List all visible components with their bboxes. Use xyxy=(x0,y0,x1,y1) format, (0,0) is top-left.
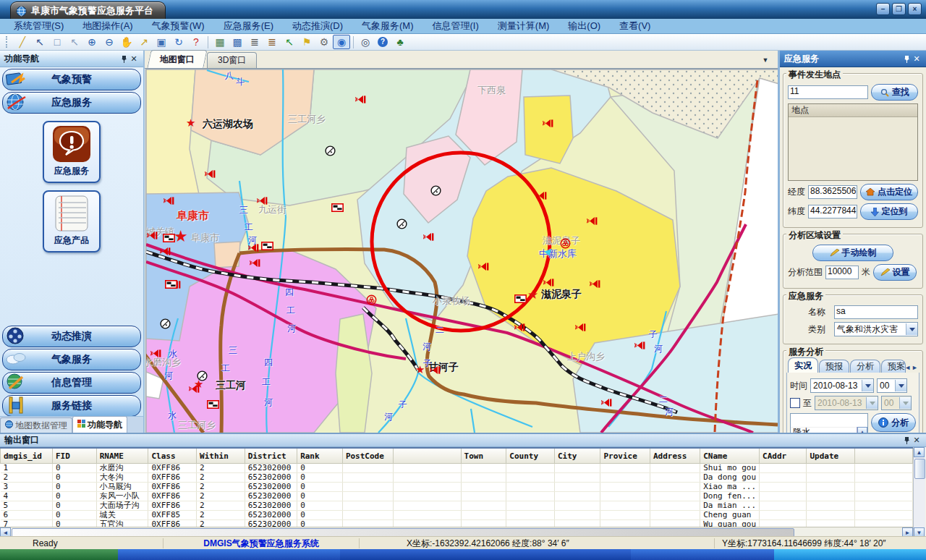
sidebar-nav-动态推演[interactable]: 动态推演 xyxy=(2,326,141,347)
station-icon[interactable] xyxy=(197,370,208,381)
close-icon[interactable]: ✕ xyxy=(912,436,922,446)
pin-tool-icon[interactable]: ⚑ xyxy=(298,35,315,49)
close-button[interactable]: × xyxy=(908,3,922,15)
longitude-input[interactable]: 88.3625506 xyxy=(808,185,857,199)
siren-icon[interactable] xyxy=(429,365,441,375)
flag-marker-icon[interactable] xyxy=(261,242,273,250)
table-row-5[interactable]: 50大面场子沟0XFF8626523020000Da mian ... xyxy=(1,501,913,511)
siren-icon[interactable] xyxy=(514,323,525,332)
column-header-Town[interactable]: Town xyxy=(461,448,506,464)
v-scroll-thumb[interactable] xyxy=(914,459,925,479)
eye-icon[interactable]: ◎ xyxy=(357,35,374,49)
column-header-District[interactable]: District xyxy=(245,448,297,464)
table-row-4[interactable]: 40东风一小队0XFF8626523020000Dong fen... xyxy=(1,492,913,501)
flag-marker-icon[interactable] xyxy=(331,203,344,212)
toolbar-grip[interactable] xyxy=(6,36,10,48)
globe-tool-icon[interactable]: ◉ xyxy=(333,35,350,49)
map-tab-地图窗口[interactable]: 地图窗口 xyxy=(147,50,207,68)
analysis-tab-分析[interactable]: 分析 xyxy=(850,360,880,373)
menu-item-3[interactable]: 气象预警(W) xyxy=(143,19,214,34)
column-header-dmgis_id[interactable]: dmgis_id xyxy=(1,448,53,464)
sidebar-nav-应急服务[interactable]: 应急服务 xyxy=(2,92,141,114)
column-header-Provice[interactable]: Provice xyxy=(600,448,650,464)
siren-icon[interactable] xyxy=(477,262,489,271)
siren-icon[interactable] xyxy=(586,216,598,226)
chevron-down-icon[interactable] xyxy=(906,323,917,335)
measure-icon[interactable]: ╱ xyxy=(14,35,31,49)
column-header-RNAME[interactable]: RNAME xyxy=(96,448,148,464)
tab-scroll-left-icon[interactable]: ◄ xyxy=(904,364,911,371)
location-list[interactable]: 地点 xyxy=(788,103,918,181)
taskbar-segment[interactable] xyxy=(0,549,118,560)
flag-marker-icon[interactable] xyxy=(514,294,527,303)
scroll-up-icon[interactable]: ▲ xyxy=(914,447,925,457)
analyze-button[interactable]: 分析 xyxy=(871,413,916,432)
pin-icon[interactable] xyxy=(901,54,912,64)
table-row-6[interactable]: 60城关0XFF8526523020000Cheng guan xyxy=(1,511,913,520)
siren-icon[interactable] xyxy=(188,384,200,394)
analysis-tab-预案[interactable]: 预案 xyxy=(881,360,906,373)
menu-item-10[interactable]: 查看(V) xyxy=(610,19,660,34)
flag-marker-icon[interactable] xyxy=(163,234,175,242)
column-header-CName[interactable]: CName xyxy=(700,448,760,464)
select-rect-icon[interactable]: □ xyxy=(48,35,66,49)
pointer-icon[interactable]: ↗ xyxy=(135,35,153,49)
select-feature-icon[interactable]: ↖ xyxy=(66,35,83,49)
date-select[interactable]: 2010-08-13 xyxy=(810,378,874,393)
column-header-Class[interactable]: Class xyxy=(148,448,197,464)
click-locate-button[interactable]: 点击定位 xyxy=(860,184,918,200)
sidebar-nav-信息管理[interactable]: 信息管理 xyxy=(2,372,141,394)
menu-item-8[interactable]: 测量计算(M) xyxy=(488,19,559,34)
siren-icon[interactable] xyxy=(634,341,645,350)
column-header-Within[interactable]: Within xyxy=(197,448,245,464)
siren-icon[interactable] xyxy=(589,279,600,289)
station-icon[interactable] xyxy=(396,219,407,229)
set-button[interactable]: 设置 xyxy=(873,264,917,281)
siren-icon[interactable] xyxy=(247,243,259,253)
close-icon[interactable]: ✕ xyxy=(912,54,922,64)
sidebar-tab-功能导航[interactable]: 功能导航 xyxy=(72,416,127,433)
siren-icon[interactable] xyxy=(600,398,612,407)
sidebar-nav-服务链接[interactable]: 服务链接 xyxy=(2,395,141,417)
select-arrow-icon[interactable]: ↖ xyxy=(31,35,48,49)
zoom-out-icon[interactable]: ⊖ xyxy=(101,35,118,49)
map-export-icon[interactable]: ▩ xyxy=(229,35,246,49)
service-name-input[interactable]: sa xyxy=(834,305,918,319)
taskbar-segment[interactable] xyxy=(340,549,631,560)
sidebar-tab-地图数据管理[interactable]: 地图数据管理 xyxy=(0,417,72,433)
siren-icon[interactable] xyxy=(574,323,586,332)
column-header-blank[interactable] xyxy=(855,448,913,464)
tile-应急服务[interactable]: 应急服务 xyxy=(43,121,101,183)
column-header-City[interactable]: City xyxy=(554,448,600,464)
column-header-Update[interactable]: Update xyxy=(807,448,855,464)
siren-icon[interactable] xyxy=(542,119,553,128)
column-header-County[interactable]: County xyxy=(506,448,555,464)
sidebar-nav-气象预警[interactable]: 气象预警 xyxy=(2,69,141,90)
siren-icon[interactable] xyxy=(535,191,547,200)
menu-item-1[interactable]: 系统管理(S) xyxy=(4,19,73,34)
settings-gear-icon[interactable]: ⚙ xyxy=(315,35,333,49)
results-table[interactable]: dmgis_idFIDRNAMEClassWithinDistrictRankP… xyxy=(0,447,913,527)
taskbar-segment[interactable] xyxy=(774,549,926,560)
chevron-down-icon[interactable] xyxy=(862,380,873,391)
siren-icon[interactable] xyxy=(204,169,216,179)
column-header-CAddr[interactable]: CAddr xyxy=(760,448,807,464)
siren-icon[interactable] xyxy=(249,258,260,268)
manual-draw-button[interactable]: 手动绘制 xyxy=(812,245,893,261)
close-icon[interactable]: ✕ xyxy=(129,54,139,64)
siren-icon[interactable] xyxy=(422,232,434,242)
menu-item-5[interactable]: 动态推演(D) xyxy=(283,19,352,34)
map-canvas[interactable]: 六运湖农场三工河乡下西泉九运街阜康市城关镇阜康市滋泥泉子中新水库滋泥泉子小泉牧场… xyxy=(145,69,778,433)
full-extent-icon[interactable]: ▣ xyxy=(153,35,170,49)
column-header-blank[interactable] xyxy=(394,448,461,464)
menu-item-2[interactable]: 地图操作(A) xyxy=(73,19,142,34)
siren-icon[interactable] xyxy=(150,349,161,358)
tile-应急产品[interactable]: 应急产品 xyxy=(43,190,101,253)
refresh-icon[interactable]: ↻ xyxy=(170,35,187,49)
station-icon[interactable] xyxy=(325,145,336,156)
service-type-select[interactable]: 气象和洪水灾害 xyxy=(834,322,918,336)
pan-icon[interactable]: ✋ xyxy=(118,35,135,49)
layers-icon[interactable]: ▦ xyxy=(211,35,229,49)
find-button[interactable]: 查找 xyxy=(871,84,918,101)
minimize-button[interactable]: – xyxy=(876,3,890,15)
